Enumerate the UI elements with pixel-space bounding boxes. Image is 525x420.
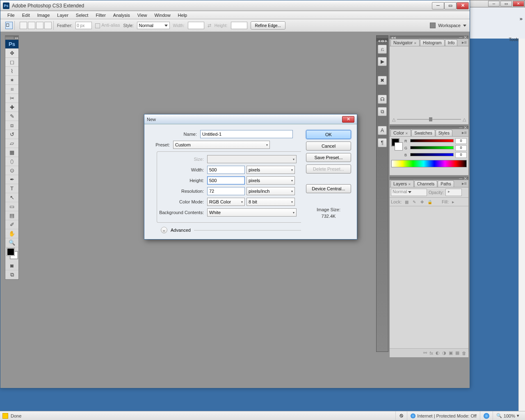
trash-icon[interactable]: 🗑 [462, 351, 466, 356]
color-bg-swatch[interactable] [395, 142, 403, 151]
device-central-button[interactable]: Device Central... [306, 184, 351, 193]
ie-icon[interactable] [480, 411, 493, 420]
maximize-button[interactable]: ▭ [444, 2, 457, 9]
menu-select[interactable]: Select [72, 12, 92, 18]
color-spectrum[interactable] [391, 160, 467, 167]
outer-close-button[interactable]: ✕ [513, 1, 524, 7]
color-g-value[interactable]: 0 [455, 145, 467, 151]
selection-new-icon[interactable] [20, 22, 27, 29]
tab-navigator[interactable]: Navigator✕ [390, 39, 420, 46]
notes-tool[interactable]: ▤ [5, 211, 18, 220]
dodge-tool[interactable]: ⊙ [5, 166, 18, 175]
selection-add-icon[interactable] [28, 22, 35, 29]
heal-tool[interactable]: ✚ [5, 103, 18, 112]
advanced-toggle[interactable]: ⌄ [161, 227, 167, 233]
menu-analysis[interactable]: Analysis [110, 12, 134, 18]
color-b-value[interactable]: 0 [455, 152, 467, 158]
menu-edit[interactable]: Edit [18, 12, 34, 18]
cancel-button[interactable]: Cancel [306, 142, 351, 151]
outer-maximize-button[interactable]: ▭ [500, 1, 512, 7]
chevron-right-icon[interactable]: » [520, 16, 523, 22]
mode-dropdown[interactable]: RGB Color▾ [207, 198, 245, 206]
screenmode-tool[interactable]: ⧉ [5, 270, 18, 279]
menu-window[interactable]: Window [151, 12, 174, 18]
dock-history-icon[interactable]: ⎌ [378, 45, 387, 54]
panel-menu-icon[interactable]: ▸≡ [460, 180, 468, 187]
tab-channels[interactable]: Channels [414, 180, 437, 187]
quickmask-tool[interactable]: ◙ [5, 261, 18, 270]
gradient-tool[interactable]: ▦ [5, 148, 18, 157]
style-dropdown[interactable]: Normal [137, 22, 170, 29]
tab-histogram[interactable]: Histogram [420, 39, 445, 46]
menu-layer[interactable]: Layer [53, 12, 72, 18]
dock-toolpresets-icon[interactable]: ✖ [378, 76, 387, 85]
workspace-button[interactable]: Workspace [430, 23, 466, 28]
color-swatches[interactable] [5, 247, 18, 261]
eraser-tool[interactable]: ▱ [5, 139, 18, 148]
slice-tool[interactable]: ✂ [5, 94, 18, 103]
tab-color[interactable]: Color✕ [390, 129, 411, 136]
marquee-tool[interactable]: ◻ [5, 58, 18, 67]
save-preset-button[interactable]: Save Preset... [306, 153, 351, 162]
security-zone[interactable]: Internet | Protected Mode: Off [407, 411, 480, 420]
path-tool[interactable]: ↖ [5, 193, 18, 202]
dlg-width-input[interactable] [207, 166, 245, 174]
menu-help[interactable]: Help [174, 12, 191, 18]
mask-icon[interactable]: ◐ [436, 350, 440, 356]
shape-tool[interactable]: ▭ [5, 202, 18, 211]
link-icon[interactable]: ⚯ [423, 350, 427, 356]
color-r-value[interactable]: 0 [455, 138, 467, 144]
adjust-icon[interactable]: ◑ [442, 350, 446, 356]
tab-swatches[interactable]: Swatches [411, 130, 435, 136]
eyedropper-tool[interactable]: ✐ [5, 220, 18, 229]
zoom-in-icon[interactable]: △ [463, 117, 466, 122]
brush-tool[interactable]: ✎ [5, 112, 18, 121]
folder-icon[interactable]: ▣ [449, 350, 453, 356]
zoom-tool[interactable]: 🔍 [5, 238, 18, 247]
blur-tool[interactable]: ⬯ [5, 157, 18, 166]
tab-styles[interactable]: Styles [436, 130, 452, 136]
selection-subtract-icon[interactable] [36, 22, 43, 29]
refine-edge-button[interactable]: Refine Edge... [251, 21, 285, 30]
fx-icon[interactable]: fx [429, 351, 433, 356]
marquee-tool-icon[interactable]: ◻ [5, 22, 13, 29]
type-tool[interactable]: T [5, 184, 18, 193]
dock-char-icon[interactable]: A [378, 126, 387, 135]
bg-dropdown[interactable]: White▾ [207, 208, 297, 217]
dock-actions-icon[interactable]: ▶ [378, 57, 387, 66]
depth-dropdown[interactable]: 8 bit▾ [247, 198, 295, 206]
stamp-tool[interactable]: ⧈ [5, 121, 18, 130]
hand-tool[interactable]: ✋ [5, 229, 18, 238]
menu-file[interactable]: File [4, 12, 18, 18]
res-input[interactable] [207, 187, 245, 195]
popup-blocker-icon[interactable]: 🛇 [395, 411, 407, 420]
outer-minimize-button[interactable]: ─ [488, 1, 500, 7]
wand-tool[interactable]: ✶ [5, 76, 18, 85]
tab-paths[interactable]: Paths [438, 180, 454, 187]
name-input[interactable] [200, 130, 293, 138]
dock-clone-icon[interactable]: ⧉ [378, 107, 387, 116]
ok-button[interactable]: OK [306, 130, 351, 139]
dock-brushes-icon[interactable]: ☊ [378, 95, 387, 104]
lasso-tool[interactable]: ⌇ [5, 67, 18, 76]
pen-tool[interactable]: ✒ [5, 175, 18, 184]
dlg-height-input[interactable] [207, 176, 245, 185]
dialog-close-button[interactable]: ✕ [342, 116, 354, 123]
history-brush-tool[interactable]: ↺ [5, 130, 18, 139]
height-unit-dropdown[interactable]: pixels▾ [247, 176, 295, 185]
warning-icon[interactable] [2, 413, 8, 419]
selection-intersect-icon[interactable] [44, 22, 52, 29]
menu-view[interactable]: View [134, 12, 151, 18]
feather-input[interactable] [75, 22, 92, 29]
tools-grip[interactable]: ▸▸ [5, 36, 18, 40]
panel-menu-icon[interactable]: ▸≡ [460, 39, 468, 46]
minimize-button[interactable]: ─ [432, 2, 444, 9]
foreground-color-swatch[interactable] [7, 248, 14, 256]
zoom-out-icon[interactable]: △ [392, 117, 395, 122]
width-unit-dropdown[interactable]: pixels▾ [247, 166, 295, 174]
panel-menu-icon[interactable]: ▸≡ [460, 129, 468, 136]
navigator-zoom-slider[interactable]: △ △ [392, 116, 466, 123]
menu-image[interactable]: Image [34, 12, 54, 18]
dialog-titlebar[interactable]: New ✕ [144, 114, 357, 124]
move-tool[interactable]: ✥ [5, 49, 18, 58]
